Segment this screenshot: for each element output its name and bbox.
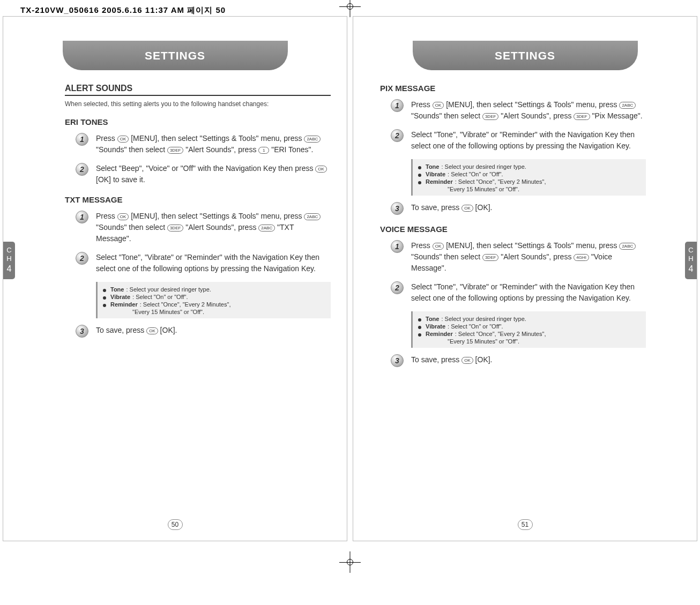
left-content: ALERT SOUNDS When selected, this setting… (65, 84, 331, 345)
reminder-sub: "Every 15 Minutes" or "Off". (448, 186, 641, 192)
info-vibrate: Vibrate: Select "On" or "Off". (418, 171, 641, 177)
page-right: SETTINGS C H 4 PIX MESSAGE 1 Press OK [M… (353, 16, 697, 541)
tone-text: : Select your desired ringer type. (441, 316, 526, 322)
page-left: SETTINGS C H 4 ALERT SOUNDS When selecte… (3, 16, 347, 541)
bullet-icon (418, 174, 421, 177)
key-2abc-icon: 2ABC (619, 102, 636, 109)
page-header-left: SETTINGS (63, 41, 288, 70)
info-vibrate: Vibrate: Select "On" or "Off". (418, 323, 641, 330)
step-badge-3: 3 (391, 354, 404, 367)
pix-info-box: Tone: Select your desired ringer type. V… (411, 159, 646, 196)
tone-label: Tone (426, 316, 439, 322)
eri-step-2: 2 Select "Beep", "Voice" or "Off" with t… (65, 163, 331, 185)
bullet-icon (103, 296, 106, 300)
page-number-right: 51 (518, 519, 533, 530)
voice-message-title: VOICE MESSAGE (380, 225, 646, 234)
txt-step1-text: Press OK [MENU], then select "Settings &… (96, 211, 331, 244)
key-2abc-icon: 2ABC (304, 136, 321, 143)
ok-key-icon: OK (461, 357, 473, 364)
voice-info-box: Tone: Select your desired ringer type. V… (411, 311, 646, 348)
step-badge-3: 3 (391, 202, 404, 215)
alert-sounds-title: ALERT SOUNDS (65, 84, 331, 96)
pix-step3-text: To save, press OK [OK]. (411, 202, 493, 215)
vibrate-label: Vibrate (426, 323, 445, 330)
voice-step-1: 1 Press OK [MENU], then select "Settings… (380, 240, 646, 274)
bullet-icon (103, 304, 106, 307)
ok-key-icon: OK (117, 136, 129, 143)
pix-step1-text: Press OK [MENU], then select "Settings &… (411, 99, 646, 122)
tone-text: : Select your desired ringer type. (441, 163, 526, 170)
bullet-icon (418, 318, 421, 322)
ok-key-icon: OK (146, 327, 158, 334)
vibrate-text: : Select "On" or "Off". (448, 171, 503, 177)
reminder-sub: "Every 15 Minutes" or "Off". (132, 309, 325, 315)
vibrate-text: : Select "On" or "Off". (132, 294, 188, 300)
vibrate-label: Vibrate (110, 294, 130, 300)
ch-4: 4 (7, 264, 12, 274)
txt-step2-text: Select "Tone", "Vibrate" or "Reminder" w… (96, 252, 331, 274)
key-3def-icon: 3DEF (574, 113, 590, 120)
bullet-icon (418, 166, 421, 169)
page-header-right: SETTINGS (413, 41, 638, 70)
pix-step2-text: Select "Tone", "Vibrate" or "Reminder" w… (411, 129, 646, 152)
txt-step-1: 1 Press OK [MENU], then select "Settings… (65, 211, 331, 244)
reminder-label: Reminder (426, 178, 453, 185)
info-tone: Tone: Select your desired ringer type. (418, 316, 641, 322)
step-badge-1: 1 (391, 99, 404, 112)
pix-step-1: 1 Press OK [MENU], then select "Settings… (380, 99, 646, 122)
txt-info-box: Tone: Select your desired ringer type. V… (96, 282, 331, 318)
pages: SETTINGS C H 4 ALERT SOUNDS When selecte… (0, 16, 700, 541)
ch-4: 4 (689, 264, 694, 274)
vibrate-text: : Select "On" or "Off". (448, 323, 503, 330)
bullet-icon (418, 333, 421, 337)
txt-message-title: TXT MESSAGE (65, 195, 331, 204)
pix-message-title: PIX MESSAGE (380, 84, 646, 93)
ch-h: H (688, 255, 693, 263)
doc-header: TX-210VW_050616 2005.6.16 11:37 AM 페이지 5… (20, 5, 226, 16)
tone-label: Tone (110, 286, 124, 293)
ok-key-icon: OK (433, 102, 444, 109)
voice-step-2: 2 Select "Tone", "Vibrate" or "Reminder"… (380, 281, 646, 304)
ch-c: C (6, 246, 11, 255)
ok-key-icon: OK (315, 166, 327, 173)
key-2abc-icon: 2ABC (304, 213, 321, 220)
ok-key-icon: OK (433, 243, 444, 250)
info-reminder: Reminder: Select "Once", "Every 2 Minute… (103, 301, 325, 308)
step-badge-1: 1 (76, 133, 88, 146)
chapter-tab-left: C H 4 (3, 242, 15, 279)
bullet-icon (103, 289, 106, 292)
info-reminder: Reminder: Select "Once", "Every 2 Minute… (418, 331, 641, 337)
eri-step1-text: Press OK [MENU], then select "Settings &… (96, 133, 331, 155)
reminder-text: : Select "Once", "Every 2 Minutes", (455, 178, 546, 185)
key-3def-icon: 3DEF (482, 254, 498, 261)
voice-step2-text: Select "Tone", "Vibrate" or "Reminder" w… (411, 281, 646, 304)
info-tone: Tone: Select your desired ringer type. (103, 286, 325, 293)
voice-step-3: 3 To save, press OK [OK]. (380, 354, 646, 367)
step-badge-2: 2 (76, 163, 88, 176)
key-2abc-icon: 2ABC (258, 225, 275, 231)
voice-step3-text: To save, press OK [OK]. (411, 354, 493, 367)
bullet-icon (418, 326, 421, 329)
step-badge-2: 2 (76, 252, 88, 265)
crop-mark-bottom (345, 557, 355, 567)
reminder-label: Reminder (426, 331, 453, 337)
reminder-sub: "Every 15 Minutes" or "Off". (448, 338, 641, 345)
info-vibrate: Vibrate: Select "On" or "Off". (103, 294, 325, 300)
page-number-left: 50 (168, 519, 183, 530)
key-3def-icon: 3DEF (167, 225, 183, 231)
eri-step2-text: Select "Beep", "Voice" or "Off" with the… (96, 163, 331, 185)
chapter-tab-right: C H 4 (685, 242, 697, 279)
txt-step3-text: To save, press OK [OK]. (96, 325, 177, 338)
reminder-label: Reminder (110, 301, 138, 308)
txt-step-3: 3 To save, press OK [OK]. (65, 325, 331, 338)
crop-mark-top (345, 1, 355, 12)
voice-step1-text: Press OK [MENU], then select "Settings &… (411, 240, 646, 274)
key-2abc-icon: 2ABC (619, 243, 636, 250)
reminder-text: : Select "Once", "Every 2 Minutes", (455, 331, 546, 337)
step-badge-2: 2 (391, 129, 404, 142)
step-badge-1: 1 (76, 211, 88, 223)
right-content: PIX MESSAGE 1 Press OK [MENU], then sele… (380, 84, 646, 375)
ch-h: H (6, 255, 11, 263)
alert-sounds-subtitle: When selected, this setting alerts you t… (65, 100, 331, 108)
eri-step-1: 1 Press OK [MENU], then select "Settings… (65, 133, 331, 155)
